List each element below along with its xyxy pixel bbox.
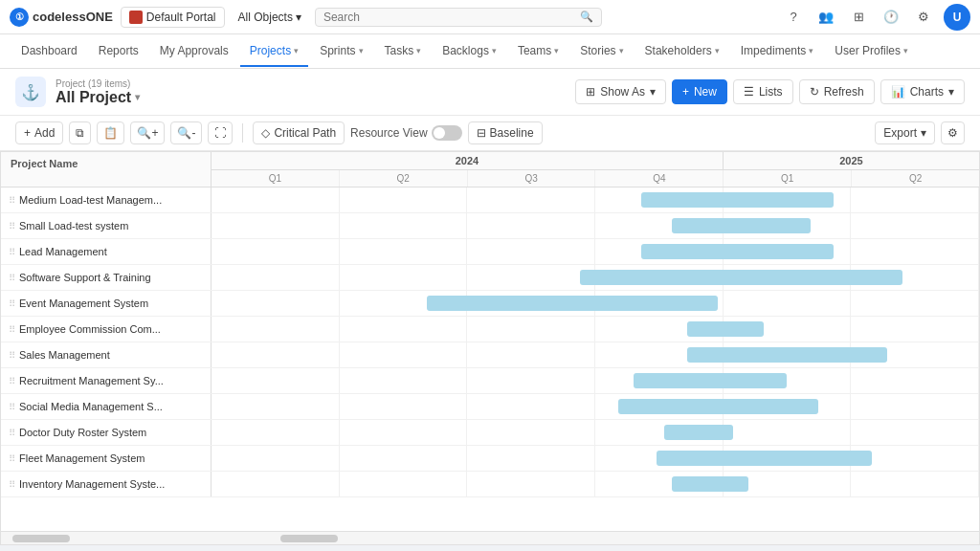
horizontal-scroll-thumb-right[interactable]	[280, 535, 338, 542]
table-row[interactable]: ⠿Medium Load-test Managem...	[1, 187, 979, 213]
portal-button[interactable]: Default Portal	[121, 7, 225, 28]
gantt-bar[interactable]	[641, 244, 834, 259]
grid-col	[340, 187, 468, 212]
help-icon[interactable]: ?	[781, 5, 806, 30]
apps-icon[interactable]: ⊞	[846, 5, 871, 30]
gantt-bar[interactable]	[664, 425, 733, 440]
fit-screen-button[interactable]: ⛶	[208, 121, 233, 144]
row-timeline-cell	[212, 446, 979, 471]
zoom-in-button[interactable]: 🔍+	[130, 121, 165, 144]
drag-handle-icon[interactable]: ⠿	[9, 479, 15, 490]
bottom-scroll[interactable]	[1, 531, 979, 544]
table-row[interactable]: ⠿Small Load-test system	[1, 213, 979, 239]
logo[interactable]: ① codelessONE	[10, 8, 113, 27]
drag-handle-icon[interactable]: ⠿	[9, 402, 15, 412]
drag-handle-icon[interactable]: ⠿	[9, 273, 15, 283]
nav-item-projects[interactable]: Projects ▾	[240, 36, 308, 67]
grid-col	[851, 420, 979, 445]
critical-path-icon: ◇	[261, 126, 270, 140]
add-button[interactable]: + Add	[15, 121, 63, 144]
show-as-button[interactable]: ⊞ Show As ▾	[575, 79, 666, 104]
gantt-bar[interactable]	[672, 218, 810, 233]
refresh-button[interactable]: ↻ Refresh	[799, 79, 875, 104]
table-row[interactable]: ⠿Recruitment Management Sy...	[1, 368, 979, 394]
nav-item-sprints[interactable]: Sprints ▾	[310, 36, 372, 67]
copy-button[interactable]: ⧉	[69, 121, 91, 144]
table-row[interactable]: ⠿Doctor Duty Roster System	[1, 420, 979, 446]
users-icon[interactable]: 👥	[813, 5, 838, 30]
table-row[interactable]: ⠿Software Support & Training	[1, 265, 979, 291]
refresh-icon: ↻	[810, 85, 819, 99]
nav-item-teams[interactable]: Teams ▾	[508, 36, 568, 67]
search-input[interactable]	[323, 11, 576, 24]
nav-item-tasks[interactable]: Tasks ▾	[375, 36, 432, 67]
nav-item-my-approvals[interactable]: My Approvals	[150, 36, 238, 67]
charts-button[interactable]: 📊 Charts ▾	[880, 79, 965, 104]
settings-icon[interactable]: ⚙	[911, 5, 936, 30]
toolbar-right: Export ▾ ⚙	[875, 121, 965, 144]
page-title[interactable]: All Project ▾	[56, 89, 140, 106]
drag-handle-icon[interactable]: ⠿	[9, 247, 15, 257]
gantt-bar[interactable]	[687, 347, 887, 363]
search-box[interactable]: 🔍	[315, 8, 602, 27]
drag-handle-icon[interactable]: ⠿	[9, 376, 15, 386]
grid-col	[212, 265, 340, 290]
nav-label-projects: Projects	[250, 44, 291, 57]
drag-handle-icon[interactable]: ⠿	[9, 453, 15, 464]
table-row[interactable]: ⠿Fleet Management System	[1, 446, 979, 472]
gantt-bar[interactable]	[580, 270, 902, 285]
table-row[interactable]: ⠿Inventory Management Syste...	[1, 472, 979, 497]
grid-lines	[212, 472, 979, 496]
avatar[interactable]: U	[944, 4, 970, 31]
baseline-button[interactable]: ⊟ Baseline	[468, 121, 543, 144]
gear-icon: ⚙	[947, 126, 958, 140]
gantt-bar[interactable]	[641, 192, 834, 208]
grid-lines	[212, 394, 979, 419]
gantt-header: Project Name 2024 2025 Q1 Q2 Q3 Q4 Q1 Q2	[1, 152, 979, 187]
table-row[interactable]: ⠿Sales Management	[1, 342, 979, 368]
new-button[interactable]: + New	[672, 79, 727, 104]
horizontal-scroll-thumb-left[interactable]	[12, 535, 70, 542]
drag-handle-icon[interactable]: ⠿	[9, 324, 15, 335]
critical-path-button[interactable]: ◇ Critical Path	[253, 121, 345, 144]
gantt-bar[interactable]	[657, 451, 872, 466]
history-icon[interactable]: 🕐	[879, 5, 903, 30]
nav-item-backlogs[interactable]: Backlogs ▾	[433, 36, 506, 67]
drag-handle-icon[interactable]: ⠿	[9, 350, 15, 361]
table-row[interactable]: ⠿Social Media Management S...	[1, 394, 979, 420]
project-row-name: Software Support & Training	[19, 272, 151, 283]
row-name-cell: ⠿Lead Management	[1, 239, 212, 264]
gantt-bar[interactable]	[672, 476, 748, 492]
nav-label-backlogs: Backlogs	[442, 44, 489, 57]
nav-item-dashboard[interactable]: Dashboard	[11, 36, 87, 67]
gantt-bar[interactable]	[618, 399, 818, 414]
nav-item-user-profiles[interactable]: User Profiles ▾	[825, 36, 918, 67]
drag-handle-icon[interactable]: ⠿	[9, 221, 15, 231]
new-label: New	[694, 85, 717, 99]
zoom-out-button[interactable]: 🔍-	[170, 121, 202, 144]
nav-item-stakeholders[interactable]: Stakeholders ▾	[635, 36, 729, 67]
nav-item-reports[interactable]: Reports	[89, 36, 148, 67]
search-icon: 🔍	[580, 11, 593, 23]
page-title-dropdown-icon[interactable]: ▾	[135, 92, 140, 102]
gantt-bar[interactable]	[427, 296, 719, 311]
drag-handle-icon[interactable]: ⠿	[9, 195, 15, 206]
table-row[interactable]: ⠿Event Management System	[1, 291, 979, 317]
all-objects-button[interactable]: All Objects ▾	[233, 8, 307, 27]
drag-handle-icon[interactable]: ⠿	[9, 298, 15, 309]
table-row[interactable]: ⠿Employee Commission Com...	[1, 317, 979, 342]
paste-button[interactable]: 📋	[97, 121, 124, 144]
project-row-name: Small Load-test system	[19, 220, 128, 231]
grid-lines	[212, 239, 979, 264]
gantt-bar[interactable]	[687, 321, 764, 337]
export-button[interactable]: Export ▾	[875, 121, 935, 144]
settings-gear-button[interactable]: ⚙	[941, 121, 965, 144]
drag-handle-icon[interactable]: ⠿	[9, 428, 15, 438]
nav-item-stories[interactable]: Stories ▾	[570, 36, 633, 67]
nav-item-impediments[interactable]: Impediments ▾	[731, 36, 824, 67]
table-row[interactable]: ⠿Lead Management	[1, 239, 979, 265]
gantt-bar[interactable]	[634, 373, 787, 388]
lists-button[interactable]: ☰ Lists	[733, 79, 793, 104]
grid-col	[340, 368, 468, 393]
resource-view-toggle[interactable]	[432, 125, 462, 141]
